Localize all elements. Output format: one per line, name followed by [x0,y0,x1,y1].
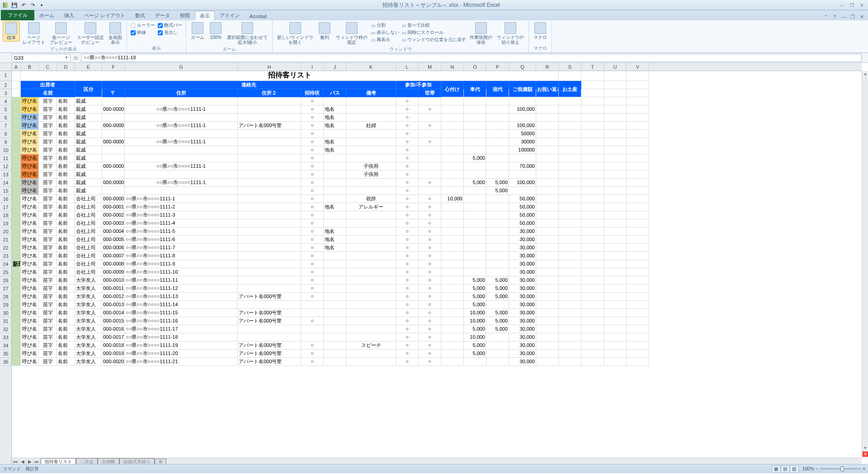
cell[interactable]: 5,000 [464,341,486,350]
cell[interactable]: バス [324,89,346,97]
cell[interactable] [627,89,649,97]
cell[interactable]: 苗字 [39,146,57,154]
cell[interactable] [627,122,649,130]
cell[interactable] [441,350,464,358]
cell[interactable]: 50,000 [509,219,536,228]
cell[interactable]: 苗字 [39,317,57,325]
cell[interactable] [12,236,21,244]
row-header-17[interactable]: 17 [0,203,11,211]
chk-formula-bar[interactable]: 数式バー [158,22,182,28]
cell[interactable]: 50,000 [509,195,536,203]
row-header-18[interactable]: 18 [0,211,11,219]
cell[interactable]: ○ [301,114,324,122]
cell[interactable] [238,228,301,236]
cell[interactable]: 名前 [57,171,75,179]
cell[interactable]: 名前 [57,284,75,293]
cell[interactable]: ○○県○○市○○○○1111-5 [125,228,238,236]
cell[interactable]: ○ [301,236,324,244]
cell[interactable] [627,341,649,350]
cell[interactable] [441,114,464,122]
cells-area[interactable]: 招待客リスト出席者区分連絡先参加/不参加心付け車代宿代ご祝儀額お祝い返しお土産名… [12,71,862,458]
cell[interactable] [581,276,604,284]
cell[interactable] [536,114,559,122]
cell[interactable] [581,260,604,268]
row-header-9[interactable]: 9 [0,138,11,146]
cell[interactable]: ○ [301,228,324,236]
cell[interactable] [125,187,238,195]
cell[interactable]: ○ [301,203,324,211]
cell[interactable] [441,203,464,211]
cell[interactable]: ○ [419,203,441,211]
cell[interactable] [559,252,581,260]
cell[interactable] [464,260,486,268]
cell[interactable]: ○ [419,122,441,130]
cell[interactable] [324,325,346,333]
row-header-24[interactable]: 24 [0,260,11,268]
cell[interactable] [486,89,509,97]
cell[interactable] [627,130,649,138]
cell[interactable] [627,162,649,171]
cell[interactable] [559,317,581,325]
cell[interactable] [238,162,301,171]
cell[interactable]: ○ [396,341,419,350]
excel-icon[interactable]: 📗 [2,1,9,9]
cell[interactable] [324,179,346,187]
cell[interactable]: 000-0015 [102,317,125,325]
cell[interactable]: 名前 [57,236,75,244]
view-page-break-icon[interactable]: ▧ [790,465,799,473]
cell[interactable]: ○ [396,171,419,179]
cell[interactable] [419,171,441,179]
cell[interactable] [559,195,581,203]
cell[interactable] [536,122,559,130]
cell[interactable] [238,114,301,122]
cell[interactable]: 30,000 [509,260,536,268]
btn-macros[interactable]: マクロ [532,21,549,41]
cell[interactable]: ○ [301,171,324,179]
cell[interactable]: 30,000 [509,333,536,341]
cell[interactable] [559,97,581,105]
cell[interactable]: 30,000 [509,309,536,317]
help-icon[interactable]: ? [831,13,838,20]
cell[interactable]: 呼び名 [21,358,39,366]
cell[interactable] [559,301,581,309]
cell[interactable] [581,284,604,293]
cell[interactable]: 苗字 [39,203,57,211]
cell[interactable] [627,333,649,341]
col-header-L[interactable]: L [396,63,419,71]
cell[interactable] [604,260,627,268]
cell[interactable]: 5,000 [486,317,509,325]
row-header-23[interactable]: 23 [0,252,11,260]
cell[interactable]: 大学友人 [75,350,102,358]
cell[interactable]: ○ [396,276,419,284]
zoom-out-icon[interactable]: − [816,466,818,471]
cell[interactable] [441,333,464,341]
row-header-33[interactable]: 33 [0,333,11,341]
cell[interactable]: 名前 [57,187,75,195]
cell[interactable]: 苗字 [39,268,57,276]
cell[interactable]: 呼び名 [21,162,39,171]
cell[interactable] [536,162,559,171]
cell[interactable]: 5,000 [464,350,486,358]
cell[interactable]: ○ [396,301,419,309]
row-header-25[interactable]: 25 [0,268,11,276]
cell[interactable]: 苗字 [39,333,57,341]
cell[interactable] [559,293,581,301]
cell[interactable] [238,171,301,179]
cell[interactable]: 名前 [57,130,75,138]
cell[interactable] [604,81,627,89]
cell[interactable] [346,244,396,252]
cell[interactable] [486,244,509,252]
cell[interactable]: 30,000 [509,341,536,350]
col-header-K[interactable]: K [346,63,396,71]
cell[interactable] [12,341,21,350]
cell[interactable]: ○ [396,293,419,301]
cell[interactable]: 名前 [57,203,75,211]
cell[interactable] [559,219,581,228]
cell[interactable] [604,138,627,146]
cell[interactable]: 30,000 [509,317,536,325]
cell[interactable] [441,187,464,195]
cell[interactable] [102,171,125,179]
cell[interactable] [346,138,396,146]
row-header-22[interactable]: 22 [0,244,11,252]
cell[interactable] [441,97,464,105]
